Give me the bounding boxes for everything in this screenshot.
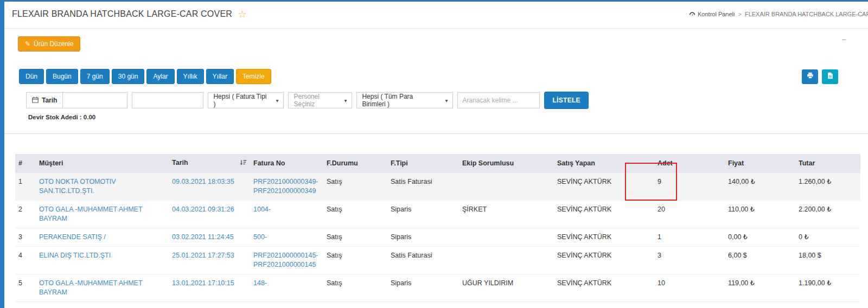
sidebar-collapsed-strip[interactable] xyxy=(0,0,4,308)
footer-total-value: 4.650,00 ₺ xyxy=(795,302,860,308)
cell-tarih: 03.02.2021 11:24:45 xyxy=(169,228,250,247)
col-header-fiyat[interactable]: Fiyat xyxy=(725,154,795,173)
cell-musteri: OTO GALA -MUHAMMET AHMET BAYRAM xyxy=(36,201,169,228)
breadcrumb: Kontrol Paneli > FLEXAIR BRANDA HATCHBAC… xyxy=(689,0,868,28)
col-header-ekip-sorumlusu[interactable]: Ekip Sorumlusu xyxy=(459,154,554,173)
date-link[interactable]: 09.03.2021 18:03:35 xyxy=(172,178,234,185)
personnel-select[interactable]: Personel Seçiniz ▾ xyxy=(288,92,352,108)
invoice-link[interactable]: PRF2021000000145- PRF2021000000145 xyxy=(253,251,320,270)
breadcrumb-home-link[interactable]: Kontrol Paneli xyxy=(698,11,735,17)
table-row: 3 PERAKENDE SATIŞ / 03.02.2021 11:24:45 … xyxy=(15,228,860,247)
footer-no: # xyxy=(15,302,36,308)
keyword-search-input[interactable] xyxy=(457,92,540,108)
sort-amount-icon[interactable] xyxy=(240,159,247,169)
currency-select[interactable]: Hepsi ( Tüm Para Birimleri ) ▾ xyxy=(356,92,453,108)
filter-yesterday-button[interactable]: Dün xyxy=(19,69,44,84)
cell-adet: 10 xyxy=(654,274,725,302)
filter-years-button[interactable]: Yıllar xyxy=(206,69,234,84)
cell-ekip xyxy=(459,228,554,247)
date-end-input[interactable] xyxy=(132,92,203,108)
customer-link[interactable]: OTO GALA -MUHAMMET AHMET BAYRAM xyxy=(39,279,142,296)
invoice-link[interactable]: 148- xyxy=(253,279,267,287)
footer-total-qty-label: TOPLAM MİKTAR xyxy=(554,302,654,308)
cell-f-durumu: Satış xyxy=(323,201,387,228)
list-button[interactable]: LİSTELE xyxy=(544,92,588,109)
cell-fatura-no: 1004- xyxy=(250,201,323,228)
cell-ekip xyxy=(459,247,554,274)
cell-tarih: 25.01.2021 17:27:53 xyxy=(169,247,250,274)
search-filter-row: Tarih Hepsi ( Fatura Tipi ) ▾ Personel S… xyxy=(4,92,868,109)
export-excel-button[interactable] xyxy=(822,69,838,84)
cell-fiyat: 0,00 ₺ xyxy=(725,228,795,247)
table-footer-row: # TOPLAM MİKTAR 40 TOPLAM - ( ₺ ) 4.650,… xyxy=(15,302,860,308)
col-header-f-tipi[interactable]: F.Tipi xyxy=(387,154,459,173)
invoice-link[interactable]: PRF2021000000349- PRF2021000000349 xyxy=(253,177,320,196)
col-header-musteri[interactable]: Müşteri xyxy=(36,154,169,173)
col-header-tutar[interactable]: Tutar xyxy=(795,154,860,173)
opening-stock-info: Devir Stok Adedi : 0.00 xyxy=(28,114,868,120)
filter-clear-button[interactable]: Temizle xyxy=(236,69,271,84)
cell-adet: 1 xyxy=(654,228,725,247)
cell-tarih: 04.03.2021 09:31:26 xyxy=(169,201,250,228)
col-header-f-durumu[interactable]: F.Durumu xyxy=(323,154,387,173)
chevron-down-icon: ▾ xyxy=(344,98,347,104)
cell-fatura-no: PRF2021000000349- PRF2021000000349 xyxy=(250,173,323,201)
dashboard-gauge-icon xyxy=(689,11,695,17)
cell-fiyat: 6,00 $ xyxy=(725,247,795,274)
calendar-icon xyxy=(32,97,39,105)
quick-filter-row: Dün Bugün 7 gün 30 gün Aylar Yıllık Yıll… xyxy=(4,69,868,84)
edit-product-button[interactable]: ✎ Ürün Düzenle xyxy=(18,36,80,52)
favorite-star-icon[interactable]: ☆ xyxy=(238,9,247,20)
chevron-down-icon: ▾ xyxy=(445,98,448,104)
cell-ekip xyxy=(459,173,554,201)
col-header-tarih[interactable]: Tarih xyxy=(169,154,250,173)
cell-ekip: UĞUR YILDIRIM xyxy=(459,274,554,302)
customer-link[interactable]: OTO NOKTA OTOMOTIV SAN.TIC.LTD.ŞTI. xyxy=(39,178,116,195)
page: FLEXAIR BRANDA HATCHBACK LARGE-CAR COVER… xyxy=(4,0,868,308)
breadcrumb-separator: > xyxy=(738,11,742,17)
pencil-icon: ✎ xyxy=(25,40,30,48)
currency-value: Hepsi ( Tüm Para Birimleri ) xyxy=(362,93,437,108)
customer-link[interactable]: PERAKENDE SATIŞ / xyxy=(39,233,106,241)
invoice-link[interactable]: 1004- xyxy=(253,206,271,213)
cell-tarih: 09.03.2021 18:03:35 xyxy=(169,173,250,201)
cell-satis-yapan: SEVİNÇ AKTÜRK xyxy=(554,247,654,274)
date-link[interactable]: 03.02.2021 11:24:45 xyxy=(172,233,234,241)
box-header: ✎ Ürün Düzenle − xyxy=(4,29,868,52)
footer-total-qty-value: 40 xyxy=(654,302,725,308)
cell-tutar: 1.260,00 ₺ xyxy=(795,173,860,201)
cell-satis-yapan: SEVİNÇ AKTÜRK xyxy=(554,274,654,302)
cell-fiyat: 110,00 ₺ xyxy=(725,201,795,228)
file-export-icon xyxy=(827,72,833,81)
cell-no: 3 xyxy=(15,228,36,247)
cell-satis-yapan: SEVİNÇ AKTÜRK xyxy=(554,173,654,201)
cell-fatura-no: 148- xyxy=(250,274,323,302)
filter-yearly-button[interactable]: Yıllık xyxy=(177,69,204,84)
filter-7days-button[interactable]: 7 gün xyxy=(80,69,110,84)
cell-f-tipi: Siparis xyxy=(387,228,459,247)
filter-30days-button[interactable]: 30 gün xyxy=(112,69,145,84)
print-button[interactable] xyxy=(802,69,818,84)
cell-tarih: 13.01.2021 17:10:15 xyxy=(169,274,250,302)
col-header-fatura-no[interactable]: Fatura No xyxy=(250,154,323,173)
col-header-adet[interactable]: Adet xyxy=(654,154,725,173)
date-link[interactable]: 13.01.2021 17:10:15 xyxy=(172,279,234,287)
page-title: FLEXAIR BRANDA HATCHBACK LARGE-CAR COVER xyxy=(12,9,232,19)
col-header-satis-yapan[interactable]: Satış Yapan xyxy=(554,154,654,173)
quick-filter-buttons: Dün Bugün 7 gün 30 gün Aylar Yıllık Yıll… xyxy=(19,69,271,84)
date-link[interactable]: 25.01.2021 17:27:53 xyxy=(172,252,234,259)
date-link[interactable]: 04.03.2021 09:31:26 xyxy=(172,206,234,213)
table-row: 2 OTO GALA -MUHAMMET AHMET BAYRAM 04.03.… xyxy=(15,201,860,228)
invoice-type-select[interactable]: Hepsi ( Fatura Tipi ) ▾ xyxy=(208,92,284,108)
filter-months-button[interactable]: Aylar xyxy=(146,69,174,84)
invoice-link[interactable]: 500- xyxy=(253,233,267,241)
cell-musteri: ELINA DIŞ TIC.LTD.ŞTI xyxy=(36,247,169,274)
filter-today-button[interactable]: Bugün xyxy=(46,69,78,84)
collapse-box-button[interactable]: − xyxy=(841,35,846,43)
table-row: 4 ELINA DIŞ TIC.LTD.ŞTI 25.01.2021 17:27… xyxy=(15,247,860,274)
customer-link[interactable]: OTO GALA -MUHAMMET AHMET BAYRAM xyxy=(39,206,142,222)
customer-link[interactable]: ELINA DIŞ TIC.LTD.ŞTI xyxy=(39,252,111,259)
export-buttons xyxy=(802,69,838,84)
col-header-no[interactable]: # xyxy=(15,154,36,173)
date-start-input[interactable] xyxy=(62,92,127,108)
